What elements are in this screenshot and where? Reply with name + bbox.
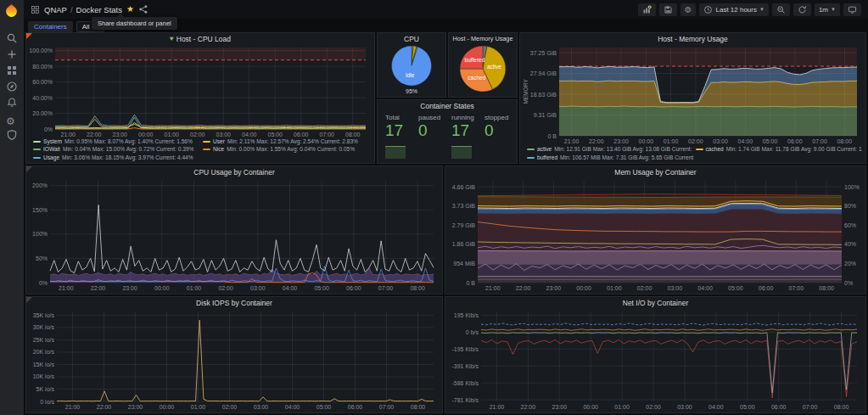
legend-item-buffered[interactable]: bufferedMin: 106.57 MiB Max: 7.31 GiB Av… xyxy=(527,154,694,161)
legend-item-User[interactable]: UserMin: 2.11% Max: 12.57% Avg: 2.54% Cu… xyxy=(203,138,371,145)
svg-text:07:00: 07:00 xyxy=(379,404,395,410)
svg-text:06:00: 06:00 xyxy=(759,285,774,291)
legend-item-active[interactable]: activeMin: 12.91 GiB Max: 13.40 GiB Avg:… xyxy=(527,146,694,153)
panel-corner-icon[interactable] xyxy=(26,166,32,172)
legend-item-System[interactable]: SystemMin: 0.95% Max: 8.07% Avg: 1.40% C… xyxy=(33,138,201,145)
svg-text:100%: 100% xyxy=(32,231,48,237)
nav-sidebar: ⚙ xyxy=(0,0,24,415)
stat-sparkline xyxy=(385,146,406,159)
svg-text:23:00: 23:00 xyxy=(613,138,629,144)
panel-mem-usage-by-container: Mem Usage by Container 21:0022:0023:0000… xyxy=(445,165,866,294)
svg-text:23:00: 23:00 xyxy=(128,404,143,410)
mem-by-container-chart[interactable]: 21:0022:0023:0000:0001:0002:0003:0004:00… xyxy=(447,177,864,292)
svg-text:22:00: 22:00 xyxy=(91,285,106,291)
svg-text:05:00: 05:00 xyxy=(763,138,778,144)
svg-text:02:00: 02:00 xyxy=(218,285,233,291)
svg-text:08:00: 08:00 xyxy=(411,404,426,410)
svg-text:07:00: 07:00 xyxy=(789,285,804,291)
svg-text:-391 Kib/s: -391 Kib/s xyxy=(451,363,479,369)
svg-text:02:00: 02:00 xyxy=(637,285,652,291)
sidebar-plus-icon[interactable] xyxy=(6,48,18,60)
panel-corner-info-icon[interactable] xyxy=(26,33,32,39)
svg-text:40.00%: 40.00% xyxy=(32,95,53,101)
stat-Total: Total17 xyxy=(381,111,414,160)
svg-text:00:00: 00:00 xyxy=(639,138,654,144)
stat-stopped: stopped0 xyxy=(480,111,513,160)
breadcrumb-dashboard[interactable]: Docker Stats xyxy=(76,5,122,14)
panel-title[interactable]: ♥Host - CPU Load xyxy=(26,33,374,44)
legend-item-cached[interactable]: cachedMin: 1.74 GiB Max: 11.78 GiB Avg: … xyxy=(696,146,863,153)
svg-text:0%: 0% xyxy=(844,280,853,286)
dashboard-grid-icon[interactable] xyxy=(31,5,40,14)
breadcrumb: QNAP / Docker Stats xyxy=(44,5,122,14)
toolbar-refresh-button[interactable] xyxy=(793,3,811,16)
svg-text:22:00: 22:00 xyxy=(97,404,112,410)
panel-host-cpu-load: ♥Host - CPU Load 21:0022:0023:0000:0001:… xyxy=(25,32,375,164)
sidebar-alerting-icon[interactable] xyxy=(6,97,18,109)
svg-text:00:00: 00:00 xyxy=(583,404,598,410)
svg-text:60%: 60% xyxy=(844,222,856,228)
svg-text:03:00: 03:00 xyxy=(254,404,269,410)
cpu-pie-chart[interactable]: Idle95% xyxy=(379,44,444,95)
svg-text:02:00: 02:00 xyxy=(190,132,205,137)
net-io-chart[interactable]: 21:0022:0023:0000:0001:0002:0003:0004:00… xyxy=(447,308,864,411)
svg-text:04:00: 04:00 xyxy=(242,132,257,137)
cpu-by-container-chart[interactable]: 21:0022:0023:0000:0001:0002:0003:0004:00… xyxy=(28,177,440,292)
svg-text:35K io/s: 35K io/s xyxy=(33,312,55,318)
legend-item-IOWait[interactable]: IOWaitMin: 0.04% Max: 15.00% Avg: 0.72% … xyxy=(33,146,201,153)
svg-text:04:00: 04:00 xyxy=(697,285,713,291)
svg-text:200%: 200% xyxy=(32,182,48,188)
toolbar-refresh-interval-button[interactable]: 1m▼ xyxy=(815,3,840,16)
toolbar-monitor-button[interactable] xyxy=(843,3,861,16)
sidebar-explore-icon[interactable] xyxy=(6,81,18,93)
sidebar-settings-icon[interactable]: ⚙ xyxy=(6,113,18,125)
toolbar-gear-button[interactable]: ⚙ xyxy=(680,3,697,16)
disk-iops-chart[interactable]: 21:0022:0023:0000:0001:0002:0003:0004:00… xyxy=(28,308,440,411)
panel-title[interactable]: Host - Memory Usage xyxy=(449,33,517,44)
panel-title[interactable]: Container States xyxy=(378,100,517,111)
svg-text:04:00: 04:00 xyxy=(738,138,753,144)
toolbar-clock-button[interactable]: Last 12 hours▼ xyxy=(699,3,768,16)
svg-text:150%: 150% xyxy=(32,207,48,213)
grafana-logo-icon[interactable] xyxy=(4,3,19,18)
panel-corner-icon[interactable] xyxy=(26,297,32,303)
svg-text:00:00: 00:00 xyxy=(160,404,175,410)
sidebar-shield-icon[interactable] xyxy=(6,129,18,141)
svg-text:23:00: 23:00 xyxy=(122,285,137,291)
svg-text:5K io/s: 5K io/s xyxy=(36,386,55,392)
breadcrumb-folder[interactable]: QNAP xyxy=(44,5,67,14)
panel-title[interactable]: Disk IOPS by Container xyxy=(26,297,442,308)
svg-text:05:00: 05:00 xyxy=(314,285,329,291)
panel-title[interactable]: CPU Usage by Container xyxy=(26,166,442,177)
panel-title[interactable]: Mem Usage by Container xyxy=(445,166,865,177)
toolbar-save-button[interactable] xyxy=(659,3,677,16)
toolbar-zoom-out-button[interactable] xyxy=(772,3,790,16)
panel-title[interactable]: Net I/O by Container xyxy=(445,297,865,308)
legend-item-Usage[interactable]: UsageMin: 3.06% Max: 18.15% Avg: 3.97% C… xyxy=(33,154,201,161)
legend-item-Nice[interactable]: NiceMin: 0.00% Max: 1.55% Avg: 0.04% Cur… xyxy=(203,146,371,153)
panel-host-memory-usage: Host - Memory Usage 21:0022:0023:0000:00… xyxy=(519,32,866,164)
svg-text:-195 Kib/s: -195 Kib/s xyxy=(451,346,479,352)
svg-text:-586 Kib/s: -586 Kib/s xyxy=(451,380,479,386)
favorite-star-icon[interactable]: ★ xyxy=(126,5,134,14)
svg-text:20%: 20% xyxy=(844,261,856,266)
panel-memory-pie: Host - Memory Usage activecachedbuffered xyxy=(448,32,518,98)
svg-text:37.25 GiB: 37.25 GiB xyxy=(530,50,557,56)
svg-text:08:00: 08:00 xyxy=(837,138,853,144)
svg-text:07:00: 07:00 xyxy=(803,404,818,410)
panel-title[interactable]: CPU xyxy=(378,33,445,44)
svg-text:100.00%: 100.00% xyxy=(29,48,53,53)
panel-title[interactable]: Host - Memory Usage xyxy=(520,33,865,44)
share-icon[interactable] xyxy=(138,4,148,14)
svg-text:0 b/s: 0 b/s xyxy=(466,329,479,335)
sidebar-search-icon[interactable] xyxy=(6,32,18,44)
stat-paused: paused0 xyxy=(414,111,447,160)
memory-pie-chart[interactable]: activecachedbuffered xyxy=(451,44,515,95)
host-memory-chart[interactable]: 21:0022:0023:0000:0001:0002:0003:0004:00… xyxy=(522,44,864,145)
svg-text:cached: cached xyxy=(468,75,485,81)
toolbar-add-panel-button[interactable] xyxy=(638,3,656,16)
host-cpu-load-chart[interactable]: 21:0022:0023:0000:0001:0002:0003:0004:00… xyxy=(28,44,372,138)
svg-text:40%: 40% xyxy=(844,241,856,247)
svg-text:23:00: 23:00 xyxy=(546,285,562,291)
sidebar-dashboards-icon[interactable] xyxy=(6,64,18,76)
